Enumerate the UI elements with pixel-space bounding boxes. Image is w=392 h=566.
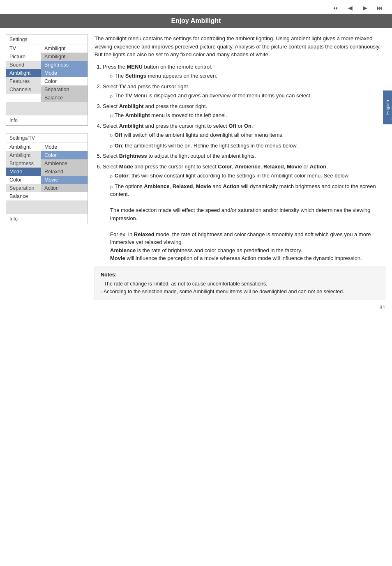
menu2-row8-right — [41, 207, 88, 214]
menu2-row2-left: Brightness — [6, 159, 41, 168]
left-column: Settings TV Ambilight Picture Ambilight … — [6, 35, 88, 300]
menu1-row7-left — [6, 102, 41, 108]
menu1-row4-right: Color — [41, 77, 88, 85]
step-6-sub-2: The options Ambience, Relaxed, Movie and… — [107, 182, 386, 262]
menu2-row4-right: Movie — [41, 176, 88, 184]
step-6: Select Mode and press the cursor right t… — [103, 163, 386, 262]
step-6-sub-1: Color: this will show constant light acc… — [107, 172, 386, 180]
menu1-row-4[interactable]: Features Color — [6, 77, 88, 85]
step-3: Select Ambilight and press the cursor ri… — [103, 102, 386, 120]
menu1-row6-right: Balance — [41, 94, 88, 102]
menu1-row0-left: TV — [6, 44, 41, 53]
menu1-row1-right: Ambilight — [41, 53, 88, 61]
forward-btn[interactable]: ▶ — [359, 3, 371, 12]
manual-label: User Manual — [390, 94, 392, 120]
menu1-header: Settings — [6, 35, 88, 44]
skip-back-btn[interactable]: ⏮ — [330, 3, 341, 12]
top-nav: ⏮ ◀ ▶ ⏭ — [0, 0, 392, 14]
language-label: English — [385, 100, 390, 115]
menu1-row0-right: Ambilight — [41, 44, 88, 53]
step-4-sub-1: Off will switch off the ambient lights a… — [107, 131, 386, 139]
step-3-sub-1: The Ambilight menu is moved to the left … — [107, 111, 386, 120]
page-title: Enjoy Ambilight — [0, 14, 392, 28]
menu2-row-4[interactable]: Color Movie — [6, 176, 88, 184]
step-4: Select Ambilight and press the cursor ri… — [103, 122, 386, 150]
menu2-row0-right: Mode — [41, 143, 88, 151]
menu2-row-2[interactable]: Brightness Ambience — [6, 159, 88, 168]
menu2-row-8 — [6, 207, 88, 214]
step-1: Press the MENU button on the remote cont… — [103, 63, 386, 80]
instructions: Press the MENU button on the remote cont… — [95, 63, 386, 262]
menu1-row3-right: Mode — [41, 69, 88, 77]
menu2-header: Settings/TV — [6, 133, 88, 143]
step-2-sub-1: The TV Menu is displayed and gives an ov… — [107, 92, 386, 100]
menu1-row2-right: Brightness — [41, 61, 88, 69]
menu2-row5-right: Action — [41, 184, 88, 192]
menu2-info: Info — [6, 214, 88, 224]
note-2: - According to the selection made, some … — [101, 288, 380, 296]
menu2-row-0[interactable]: Ambilight Mode — [6, 143, 88, 151]
menu2-row7-left — [6, 200, 41, 207]
menu1-row2-left: Sound — [6, 61, 41, 69]
language-tab: English User Manual — [383, 90, 392, 124]
main-content: Settings TV Ambilight Picture Ambilight … — [0, 35, 392, 300]
menu-box-2: Settings/TV Ambilight Mode Ambilight Col… — [6, 133, 88, 224]
menu1-row-6[interactable]: Balance — [6, 94, 88, 102]
menu2-row5-left: Separation — [6, 184, 41, 192]
menu1-row8-right — [41, 108, 88, 115]
notes-box: Notes: - The rate of change is limited, … — [95, 267, 386, 300]
step-5: Select Brightness to adjust the light ou… — [103, 152, 386, 160]
menu1-info: Info — [6, 115, 88, 125]
menu2-row-6[interactable]: Balance — [6, 192, 88, 200]
menu1-row8-left — [6, 108, 41, 115]
menu1-row1-left: Picture — [6, 53, 41, 61]
menu2-row3-right: Relaxed — [41, 168, 88, 176]
menu-box-1: Settings TV Ambilight Picture Ambilight … — [6, 35, 88, 126]
intro-paragraph: The ambilight menu contains the settings… — [95, 35, 386, 59]
menu2-row7-right — [41, 200, 88, 207]
menu1-row-2[interactable]: Sound Brightness — [6, 61, 88, 69]
menu2-row-3[interactable]: Mode Relaxed — [6, 168, 88, 176]
menu1-row-5[interactable]: Channels Separation — [6, 85, 88, 94]
page-number: 31 — [0, 300, 392, 315]
back-btn[interactable]: ◀ — [344, 3, 356, 12]
menu2-row2-right: Ambience — [41, 159, 88, 168]
step-2: Select TV and press the cursor right. Th… — [103, 83, 386, 100]
menu2-row0-left: Ambilight — [6, 143, 41, 151]
menu1-row7-right — [41, 102, 88, 108]
step-1-sub-1: The Settings menu appears on the screen. — [107, 72, 386, 80]
menu1-row5-left: Channels — [6, 85, 41, 94]
menu2-row6-left: Balance — [6, 192, 41, 200]
skip-forward-btn[interactable]: ⏭ — [374, 3, 385, 12]
menu2-row6-right — [41, 192, 88, 200]
menu2-row1-right: Color — [41, 151, 88, 159]
menu2-row4-left: Color — [6, 176, 41, 184]
menu1-row-1[interactable]: Picture Ambilight — [6, 53, 88, 61]
menu2-row-5[interactable]: Separation Action — [6, 184, 88, 192]
step-4-sub-2: On: the ambient lights will be on. Refin… — [107, 142, 386, 150]
menu1-row-0[interactable]: TV Ambilight — [6, 44, 88, 53]
menu2-row1-left: Ambilight — [6, 151, 41, 159]
note-1: - The rate of change is limited, as not … — [101, 280, 380, 288]
right-column: The ambilight menu contains the settings… — [95, 35, 386, 300]
menu1-row-7 — [6, 102, 88, 108]
menu1-row4-left: Features — [6, 77, 41, 85]
menu2-row3-left: Mode — [6, 168, 41, 176]
menu1-row5-right: Separation — [41, 85, 88, 94]
menu2-row8-left — [6, 207, 41, 214]
menu1-row-8 — [6, 108, 88, 115]
menu2-row-7 — [6, 200, 88, 207]
notes-title: Notes: — [101, 271, 380, 279]
menu2-row-1[interactable]: Ambilight Color — [6, 151, 88, 159]
menu1-row-3[interactable]: Ambilight Mode — [6, 69, 88, 77]
menu1-row3-left: Ambilight — [6, 69, 41, 77]
menu1-row6-left — [6, 94, 41, 102]
